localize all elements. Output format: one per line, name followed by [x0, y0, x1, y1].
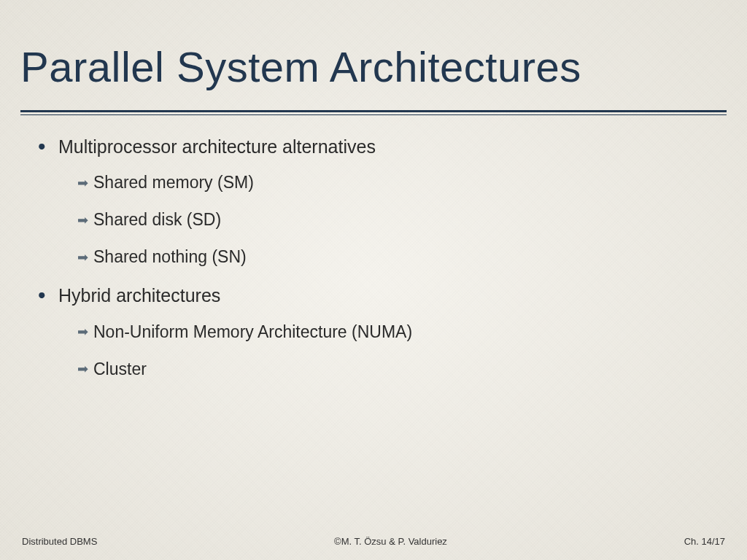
arrow-right-icon: ➡ — [77, 214, 92, 227]
sub-item: ➡ Shared memory (SM) — [77, 173, 727, 192]
slide-title: Parallel System Architectures — [20, 42, 727, 91]
sub-item: ➡ Cluster — [77, 359, 727, 379]
bullet-item: • Multiprocessor architecture alternativ… — [38, 136, 727, 158]
slide-content: • Multiprocessor architecture alternativ… — [20, 136, 727, 379]
slide-footer: Distributed DBMS ©M. T. Özsu & P. Valdur… — [0, 536, 747, 547]
sub-text: Non-Uniform Memory Architecture (NUMA) — [93, 322, 412, 342]
sub-text: Shared disk (SD) — [93, 210, 221, 230]
sub-item: ➡ Shared disk (SD) — [77, 210, 727, 230]
bullet-text: Hybrid architectures — [58, 284, 220, 307]
arrow-right-icon: ➡ — [77, 362, 92, 376]
arrow-right-icon: ➡ — [77, 325, 92, 338]
slide: Parallel System Architectures • Multipro… — [0, 0, 747, 560]
footer-right: Ch. 14/17 — [684, 536, 725, 547]
sub-item: ➡ Non-Uniform Memory Architecture (NUMA) — [77, 322, 727, 342]
sub-text: Shared nothing (SN) — [93, 247, 247, 267]
footer-center: ©M. T. Özsu & P. Valduriez — [97, 536, 684, 547]
sub-text: Shared memory (SM) — [93, 173, 254, 192]
footer-left: Distributed DBMS — [22, 536, 97, 547]
bullet-item: • Hybrid architectures — [38, 284, 727, 307]
sub-item: ➡ Shared nothing (SN) — [77, 247, 727, 267]
title-divider — [20, 110, 727, 115]
arrow-right-icon: ➡ — [77, 176, 92, 190]
bullet-dot-icon: • — [38, 287, 58, 303]
sub-text: Cluster — [93, 359, 147, 379]
bullet-text: Multiprocessor architecture alternatives — [58, 136, 376, 158]
arrow-right-icon: ➡ — [77, 251, 92, 264]
sub-list: ➡ Non-Uniform Memory Architecture (NUMA)… — [38, 322, 727, 379]
bullet-dot-icon: • — [38, 139, 58, 155]
sub-list: ➡ Shared memory (SM) ➡ Shared disk (SD) … — [38, 173, 727, 267]
